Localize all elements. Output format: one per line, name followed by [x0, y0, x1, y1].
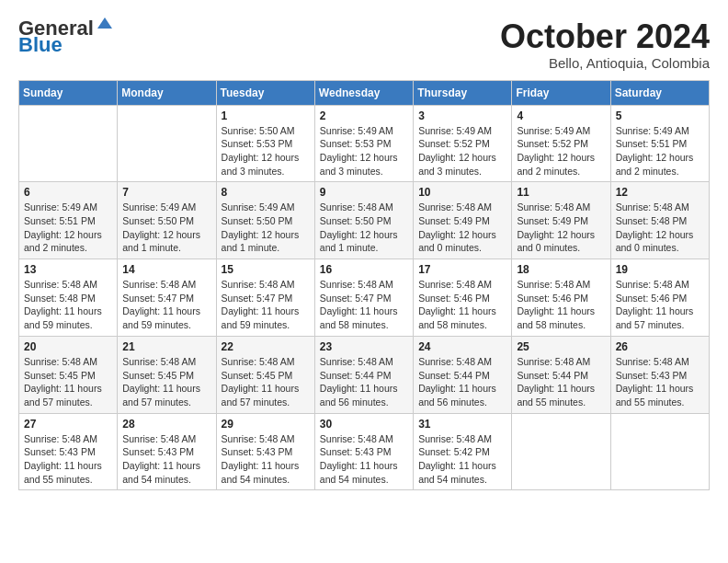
day-info: Sunrise: 5:49 AM Sunset: 5:51 PM Dayligh… — [616, 124, 704, 178]
table-cell — [610, 413, 709, 490]
table-cell: 22Sunrise: 5:48 AM Sunset: 5:45 PM Dayli… — [216, 336, 314, 413]
header-wednesday: Wednesday — [314, 80, 413, 105]
day-info: Sunrise: 5:48 AM Sunset: 5:46 PM Dayligh… — [517, 278, 605, 332]
day-number: 6 — [24, 186, 112, 199]
calendar-table: Sunday Monday Tuesday Wednesday Thursday… — [18, 80, 710, 491]
day-number: 25 — [517, 340, 605, 353]
day-info: Sunrise: 5:50 AM Sunset: 5:53 PM Dayligh… — [222, 124, 310, 178]
day-info: Sunrise: 5:48 AM Sunset: 5:47 PM Dayligh… — [122, 278, 210, 332]
header-friday: Friday — [512, 80, 610, 105]
table-cell: 10Sunrise: 5:48 AM Sunset: 5:49 PM Dayli… — [414, 182, 512, 259]
day-number: 27 — [24, 418, 112, 431]
table-cell: 14Sunrise: 5:48 AM Sunset: 5:47 PM Dayli… — [118, 259, 216, 337]
day-info: Sunrise: 5:48 AM Sunset: 5:45 PM Dayligh… — [122, 355, 210, 409]
day-info: Sunrise: 5:49 AM Sunset: 5:51 PM Dayligh… — [24, 201, 112, 255]
table-cell: 2Sunrise: 5:49 AM Sunset: 5:53 PM Daylig… — [314, 105, 413, 182]
day-info: Sunrise: 5:48 AM Sunset: 5:46 PM Dayligh… — [418, 278, 506, 332]
day-info: Sunrise: 5:48 AM Sunset: 5:48 PM Dayligh… — [616, 201, 704, 255]
day-info: Sunrise: 5:48 AM Sunset: 5:47 PM Dayligh… — [222, 278, 310, 332]
day-info: Sunrise: 5:48 AM Sunset: 5:43 PM Dayligh… — [320, 432, 408, 487]
day-info: Sunrise: 5:48 AM Sunset: 5:49 PM Dayligh… — [418, 201, 506, 255]
table-cell: 5Sunrise: 5:49 AM Sunset: 5:51 PM Daylig… — [610, 105, 709, 182]
day-info: Sunrise: 5:49 AM Sunset: 5:52 PM Dayligh… — [517, 124, 605, 178]
header-saturday: Saturday — [610, 80, 709, 105]
day-info: Sunrise: 5:48 AM Sunset: 5:43 PM Dayligh… — [122, 432, 210, 487]
table-cell — [118, 105, 216, 182]
table-cell: 12Sunrise: 5:48 AM Sunset: 5:48 PM Dayli… — [610, 182, 709, 259]
table-cell: 29Sunrise: 5:48 AM Sunset: 5:43 PM Dayli… — [216, 413, 314, 490]
table-cell: 6Sunrise: 5:49 AM Sunset: 5:51 PM Daylig… — [19, 182, 118, 259]
table-cell: 19Sunrise: 5:48 AM Sunset: 5:46 PM Dayli… — [610, 259, 709, 337]
day-info: Sunrise: 5:48 AM Sunset: 5:48 PM Dayligh… — [24, 278, 112, 332]
day-number: 11 — [517, 186, 605, 199]
svg-marker-0 — [97, 17, 112, 29]
month-title: October 2024 — [500, 18, 710, 55]
table-cell: 26Sunrise: 5:48 AM Sunset: 5:43 PM Dayli… — [610, 336, 709, 413]
header-thursday: Thursday — [414, 80, 512, 105]
day-info: Sunrise: 5:48 AM Sunset: 5:50 PM Dayligh… — [320, 201, 408, 255]
day-info: Sunrise: 5:49 AM Sunset: 5:53 PM Dayligh… — [320, 124, 408, 178]
location: Bello, Antioquia, Colombia — [500, 55, 710, 71]
day-number: 23 — [320, 340, 408, 353]
title-area: October 2024 Bello, Antioquia, Colombia — [500, 18, 710, 71]
day-info: Sunrise: 5:48 AM Sunset: 5:47 PM Dayligh… — [320, 278, 408, 332]
table-cell: 24Sunrise: 5:48 AM Sunset: 5:44 PM Dayli… — [414, 336, 512, 413]
table-cell: 23Sunrise: 5:48 AM Sunset: 5:44 PM Dayli… — [314, 336, 413, 413]
day-info: Sunrise: 5:48 AM Sunset: 5:46 PM Dayligh… — [616, 278, 704, 332]
table-cell: 18Sunrise: 5:48 AM Sunset: 5:46 PM Dayli… — [512, 259, 610, 337]
day-number: 4 — [517, 109, 605, 122]
day-number: 12 — [616, 186, 704, 199]
day-number: 13 — [24, 263, 112, 276]
day-info: Sunrise: 5:48 AM Sunset: 5:44 PM Dayligh… — [320, 355, 408, 409]
table-cell: 21Sunrise: 5:48 AM Sunset: 5:45 PM Dayli… — [118, 336, 216, 413]
day-number: 2 — [320, 109, 408, 122]
table-cell: 13Sunrise: 5:48 AM Sunset: 5:48 PM Dayli… — [19, 259, 118, 337]
logo: General Blue — [18, 18, 114, 55]
day-info: Sunrise: 5:48 AM Sunset: 5:42 PM Dayligh… — [418, 432, 506, 487]
header-monday: Monday — [118, 80, 216, 105]
day-number: 3 — [418, 109, 506, 122]
table-cell: 1Sunrise: 5:50 AM Sunset: 5:53 PM Daylig… — [216, 105, 314, 182]
table-cell: 20Sunrise: 5:48 AM Sunset: 5:45 PM Dayli… — [19, 336, 118, 413]
table-cell: 17Sunrise: 5:48 AM Sunset: 5:46 PM Dayli… — [414, 259, 512, 337]
table-cell: 16Sunrise: 5:48 AM Sunset: 5:47 PM Dayli… — [314, 259, 413, 337]
day-info: Sunrise: 5:48 AM Sunset: 5:43 PM Dayligh… — [24, 432, 112, 487]
table-cell: 15Sunrise: 5:48 AM Sunset: 5:47 PM Dayli… — [216, 259, 314, 337]
day-number: 17 — [418, 263, 506, 276]
day-info: Sunrise: 5:49 AM Sunset: 5:52 PM Dayligh… — [418, 124, 506, 178]
week-row-1: 1Sunrise: 5:50 AM Sunset: 5:53 PM Daylig… — [19, 105, 710, 182]
day-number: 16 — [320, 263, 408, 276]
week-row-4: 20Sunrise: 5:48 AM Sunset: 5:45 PM Dayli… — [19, 336, 710, 413]
table-cell: 4Sunrise: 5:49 AM Sunset: 5:52 PM Daylig… — [512, 105, 610, 182]
day-number: 5 — [616, 109, 704, 122]
table-cell: 8Sunrise: 5:49 AM Sunset: 5:50 PM Daylig… — [216, 182, 314, 259]
day-info: Sunrise: 5:48 AM Sunset: 5:49 PM Dayligh… — [517, 201, 605, 255]
table-cell — [512, 413, 610, 490]
day-number: 19 — [616, 263, 704, 276]
table-cell: 28Sunrise: 5:48 AM Sunset: 5:43 PM Dayli… — [118, 413, 216, 490]
day-info: Sunrise: 5:49 AM Sunset: 5:50 PM Dayligh… — [122, 201, 210, 255]
day-number: 22 — [222, 340, 310, 353]
page-header: General Blue October 2024 Bello, Antioqu… — [18, 18, 710, 71]
table-cell: 25Sunrise: 5:48 AM Sunset: 5:44 PM Dayli… — [512, 336, 610, 413]
day-number: 21 — [122, 340, 210, 353]
day-number: 9 — [320, 186, 408, 199]
table-cell: 30Sunrise: 5:48 AM Sunset: 5:43 PM Dayli… — [314, 413, 413, 490]
table-cell — [19, 105, 118, 182]
day-number: 1 — [222, 109, 310, 122]
logo-blue-text: Blue — [18, 35, 63, 55]
table-cell: 11Sunrise: 5:48 AM Sunset: 5:49 PM Dayli… — [512, 182, 610, 259]
day-info: Sunrise: 5:48 AM Sunset: 5:43 PM Dayligh… — [222, 432, 310, 487]
week-row-5: 27Sunrise: 5:48 AM Sunset: 5:43 PM Dayli… — [19, 413, 710, 490]
day-info: Sunrise: 5:48 AM Sunset: 5:44 PM Dayligh… — [418, 355, 506, 409]
table-cell: 9Sunrise: 5:48 AM Sunset: 5:50 PM Daylig… — [314, 182, 413, 259]
week-row-2: 6Sunrise: 5:49 AM Sunset: 5:51 PM Daylig… — [19, 182, 710, 259]
table-cell: 31Sunrise: 5:48 AM Sunset: 5:42 PM Dayli… — [414, 413, 512, 490]
week-row-3: 13Sunrise: 5:48 AM Sunset: 5:48 PM Dayli… — [19, 259, 710, 337]
day-number: 26 — [616, 340, 704, 353]
day-number: 24 — [418, 340, 506, 353]
table-cell: 3Sunrise: 5:49 AM Sunset: 5:52 PM Daylig… — [414, 105, 512, 182]
day-info: Sunrise: 5:48 AM Sunset: 5:43 PM Dayligh… — [616, 355, 704, 409]
header-tuesday: Tuesday — [216, 80, 314, 105]
logo-icon — [96, 16, 114, 34]
